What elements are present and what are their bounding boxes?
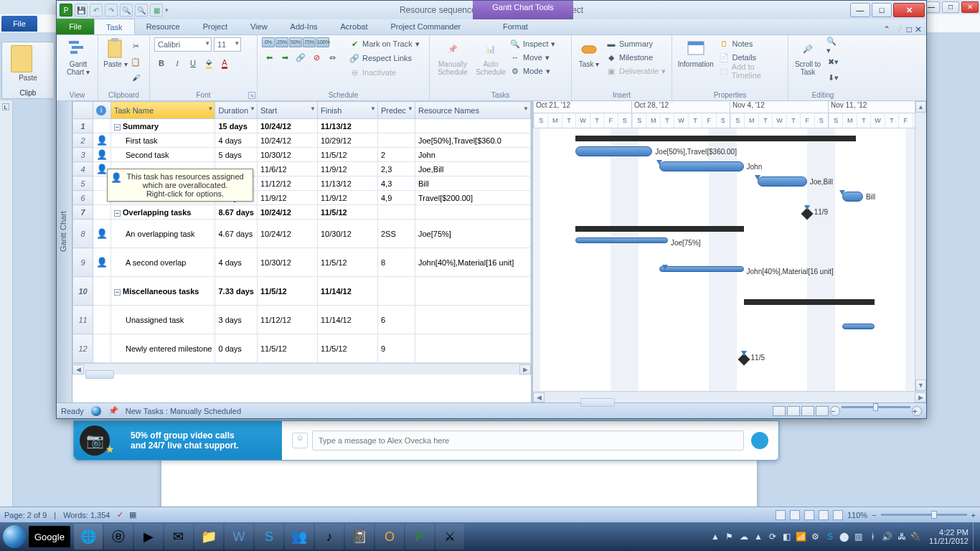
cell-predecessors[interactable]: 6 — [378, 306, 415, 334]
view-gantt-button[interactable] — [773, 406, 786, 416]
unlink-tasks-button[interactable]: ⊘ — [309, 50, 324, 65]
view-outline[interactable] — [819, 510, 829, 520]
table-row[interactable]: 2👤First task4 days10/24/1210/29/12Joe[50… — [73, 133, 531, 148]
view-draft[interactable] — [833, 510, 843, 520]
tray-av-icon[interactable]: ⬤ — [839, 531, 850, 542]
indicator-cell[interactable]: 👤 — [93, 148, 111, 162]
link-tasks-button[interactable]: 🔗 — [293, 50, 308, 65]
tray-wifi-icon[interactable]: ⚙ — [810, 531, 821, 542]
task-skype[interactable]: S — [255, 524, 283, 550]
send-button[interactable] — [751, 432, 768, 449]
fill-color-button[interactable]: ⬙ — [202, 56, 216, 70]
status-words[interactable]: Words: 1,354 — [63, 511, 110, 519]
cell-start[interactable]: 11/6/12 — [258, 162, 318, 176]
copy-button[interactable]: 📋 — [128, 55, 143, 69]
cell-predecessors[interactable]: 9 — [378, 334, 415, 363]
undo-button[interactable]: ↶ — [90, 4, 103, 17]
cell-start[interactable]: 11/5/12 — [258, 277, 318, 306]
tab-project[interactable]: Project — [192, 19, 239, 34]
indicator-cell[interactable] — [93, 205, 111, 220]
italic-button[interactable]: I — [170, 56, 184, 70]
close-icon[interactable]: ✕ — [961, 1, 979, 13]
cell-resources[interactable]: Joe,Bill — [415, 162, 531, 176]
indicator-cell[interactable] — [93, 119, 111, 133]
auto-schedule-button[interactable]: 📊Auto Schedule — [473, 37, 509, 77]
font-color-button[interactable]: A — [217, 56, 232, 70]
notes-button[interactable]: 🗒Notes — [719, 37, 783, 50]
summary-bar[interactable] — [744, 299, 875, 305]
cell-predecessors[interactable] — [378, 133, 415, 148]
start-button[interactable] — [0, 522, 29, 551]
tab-task[interactable]: Task — [94, 19, 135, 34]
tray-up-icon[interactable]: ▲ — [710, 531, 721, 542]
task-onenote[interactable]: 📓 — [345, 524, 374, 550]
task-outlook[interactable]: ✉ — [164, 524, 193, 550]
tray-signal-icon[interactable]: 📶 — [796, 531, 807, 542]
app-icon[interactable]: P — [60, 4, 72, 17]
tray-vol-icon[interactable]: 🔊 — [882, 531, 893, 542]
respect-links-button[interactable]: 🔗Respect Links — [349, 52, 420, 65]
bold-button[interactable]: B — [154, 56, 169, 70]
indicator-cell[interactable] — [93, 306, 111, 334]
task-project[interactable]: P — [405, 524, 434, 550]
cell-duration[interactable]: 3 days — [215, 306, 258, 334]
cell-resources[interactable] — [415, 306, 531, 334]
find-button[interactable]: 🔍▾ — [826, 39, 840, 53]
underline-button[interactable]: U — [186, 56, 200, 70]
cell-start[interactable]: 11/9/12 — [258, 191, 318, 205]
tray-skype-icon[interactable]: S — [824, 531, 836, 542]
paste-button[interactable]: Paste ▾ — [103, 37, 128, 85]
cell-resources[interactable]: Joe[75%] — [415, 220, 531, 248]
status-new-tasks[interactable]: New Tasks : Manually Scheduled — [126, 407, 241, 415]
message-input[interactable] — [312, 430, 744, 451]
row-header[interactable]: 3 — [73, 148, 93, 162]
view-print-layout[interactable] — [776, 510, 786, 520]
cell-start[interactable]: 10/30/12 — [258, 148, 318, 162]
cell-finish[interactable]: 11/5/12 — [318, 148, 378, 162]
row-header[interactable]: 11 — [73, 306, 93, 334]
title-bar[interactable]: P 💾 ↶ ↷ 🔍 🔍 ▦ ▾ Resource sequence test.m… — [57, 1, 926, 19]
cell-finish[interactable]: 10/29/12 — [318, 133, 378, 148]
indicator-cell[interactable]: 👤 — [93, 220, 111, 248]
table-row[interactable]: 7−Overlapping tasks8.67 days10/24/1211/5… — [73, 205, 531, 220]
tray-net-icon[interactable]: 🖧 — [896, 531, 908, 542]
cell-task-name[interactable]: An overlapping task — [111, 220, 215, 248]
qat-more-button[interactable]: ▦ — [150, 4, 163, 17]
tray-display-icon[interactable]: ▥ — [853, 531, 864, 542]
timescale-week[interactable]: Nov 4, '12SMTWTFS — [730, 101, 828, 128]
cell-duration[interactable]: 8.67 days — [215, 205, 258, 220]
cell-duration[interactable]: 5 days — [215, 148, 258, 162]
word-file-tab[interactable]: File — [1, 16, 37, 32]
row-header[interactable]: 4 — [73, 162, 93, 176]
cell-task-name[interactable]: A second overlap — [111, 248, 215, 277]
view-web[interactable] — [804, 510, 814, 520]
maximize-button[interactable]: □ — [872, 3, 892, 17]
clear-button[interactable]: ✖▾ — [826, 55, 840, 69]
cell-start[interactable]: 10/24/12 — [258, 133, 318, 148]
cell-predecessors[interactable]: 4,3 — [378, 176, 415, 191]
font-family-combo[interactable]: Calibri — [154, 37, 212, 52]
view-task-usage-button[interactable] — [787, 406, 800, 416]
macro-icon[interactable]: ▦ — [129, 510, 136, 519]
table-row[interactable]: 8👤An overlapping task4.67 days10/24/1210… — [73, 220, 531, 248]
indent-button[interactable]: ➡ — [278, 50, 292, 65]
zoom-slider[interactable] — [881, 514, 967, 516]
cell-finish[interactable]: 11/9/12 — [318, 162, 378, 176]
redo-button[interactable]: ↷ — [105, 4, 118, 17]
cell-task-name[interactable]: First task — [111, 133, 215, 148]
task-bar[interactable] — [758, 176, 807, 187]
tab-file[interactable]: File — [57, 19, 94, 34]
table-row[interactable]: 12Newly entered milestone0 days11/5/1211… — [73, 334, 531, 363]
timescale-week[interactable]: Oct 28, '12SMTWTFS — [631, 101, 730, 128]
task-outlook2[interactable]: O — [375, 524, 404, 550]
indicator-cell[interactable] — [93, 277, 111, 306]
cell-start[interactable]: 11/5/12 — [258, 334, 318, 363]
gantt-area[interactable]: Joe[50%],Travel[$360.00]JohnJoe,BillBill… — [533, 128, 926, 391]
scroll-to-task-button[interactable]: 🔎Scroll to Task — [793, 37, 823, 85]
cell-task-name[interactable]: Unassigned task — [111, 306, 215, 334]
emoji-button[interactable]: ☺ — [292, 433, 308, 448]
cell-predecessors[interactable]: 4,9 — [378, 191, 415, 205]
inspect-button[interactable]: 🔍Inspect ▾ — [510, 37, 555, 50]
collapse-icon[interactable]: − — [114, 124, 121, 131]
cell-finish[interactable]: 11/9/12 — [318, 191, 378, 205]
